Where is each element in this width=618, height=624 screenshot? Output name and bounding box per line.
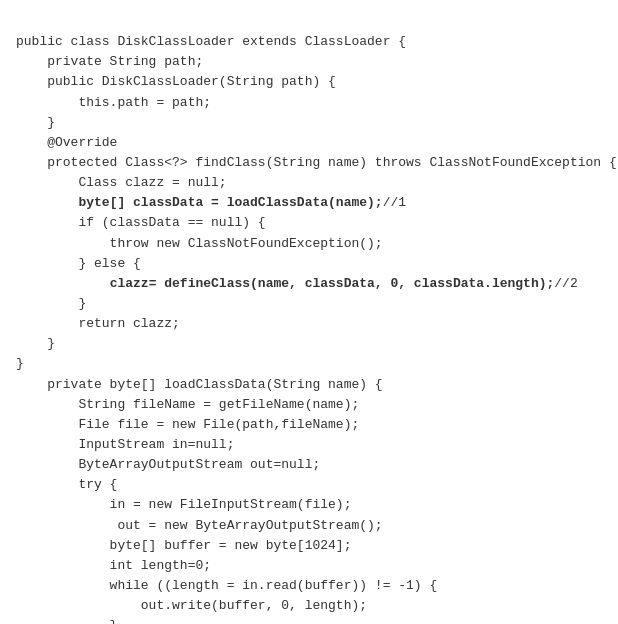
- comment-text: //1: [383, 195, 406, 210]
- bold-text: byte[] classData = loadClassData(name);: [78, 195, 382, 210]
- code-line-21: InputStream in=null;: [16, 435, 602, 455]
- code-line-5: }: [16, 113, 602, 133]
- code-line-28: while ((length = in.read(buffer)) != -1)…: [16, 576, 602, 596]
- code-line-13: clazz= defineClass(name, classData, 0, c…: [16, 274, 602, 294]
- code-line-14: }: [16, 294, 602, 314]
- code-line-24: in = new FileInputStream(file);: [16, 495, 602, 515]
- code-line-18: private byte[] loadClassData(String name…: [16, 375, 602, 395]
- code-line-16: }: [16, 334, 602, 354]
- code-line-12: } else {: [16, 254, 602, 274]
- bold-text: clazz= defineClass(name, classData, 0, c…: [110, 276, 555, 291]
- code-line-8: Class clazz = null;: [16, 173, 602, 193]
- code-line-20: File file = new File(path,fileName);: [16, 415, 602, 435]
- code-line-1: public class DiskClassLoader extends Cla…: [16, 32, 602, 52]
- code-line-9: byte[] classData = loadClassData(name);/…: [16, 193, 602, 213]
- code-line-23: try {: [16, 475, 602, 495]
- code-line-17: }: [16, 354, 602, 374]
- code-line-22: ByteArrayOutputStream out=null;: [16, 455, 602, 475]
- code-line-15: return clazz;: [16, 314, 602, 334]
- code-line-4: this.path = path;: [16, 93, 602, 113]
- code-line-27: int length=0;: [16, 556, 602, 576]
- code-line-11: throw new ClassNotFoundException();: [16, 234, 602, 254]
- code-line-3: public DiskClassLoader(String path) {: [16, 72, 602, 92]
- code-line-19: String fileName = getFileName(name);: [16, 395, 602, 415]
- code-line-29: out.write(buffer, 0, length);: [16, 596, 602, 616]
- code-line-6: @Override: [16, 133, 602, 153]
- code-line-10: if (classData == null) {: [16, 213, 602, 233]
- code-line-7: protected Class<?> findClass(String name…: [16, 153, 602, 173]
- comment-text: //2: [554, 276, 577, 291]
- code-line-26: byte[] buffer = new byte[1024];: [16, 536, 602, 556]
- code-line-30: }: [16, 616, 602, 624]
- code-line-2: private String path;: [16, 52, 602, 72]
- code-line-25: out = new ByteArrayOutputStream();: [16, 516, 602, 536]
- code-block: public class DiskClassLoader extends Cla…: [0, 0, 618, 624]
